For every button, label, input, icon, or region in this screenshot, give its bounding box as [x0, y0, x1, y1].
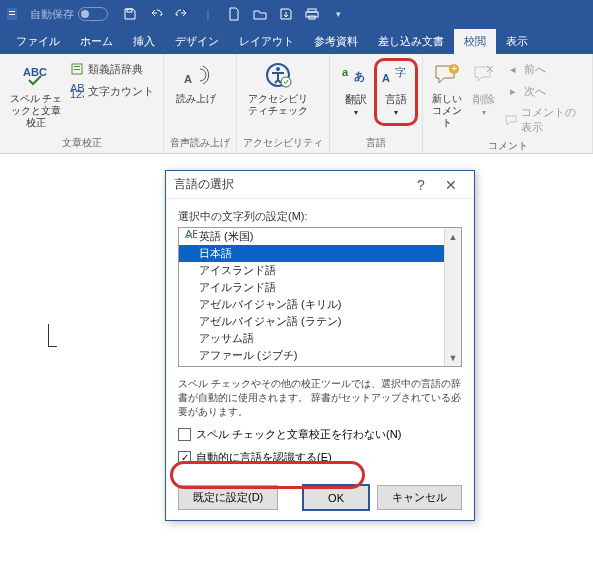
- close-button[interactable]: ✕: [436, 177, 466, 193]
- toggle-pill-icon: [78, 7, 108, 21]
- svg-point-15: [276, 67, 280, 71]
- default-button[interactable]: 既定に設定(D): [178, 485, 278, 510]
- save-icon[interactable]: [122, 6, 138, 22]
- tab-view[interactable]: 表示: [496, 29, 538, 54]
- delete-label: 削除▾: [473, 93, 495, 119]
- dialog-footer: 既定に設定(D) OK キャンセル: [166, 475, 474, 520]
- dialog-title: 言語の選択: [174, 176, 406, 193]
- svg-text:ABC: ABC: [23, 66, 47, 78]
- language-option[interactable]: アッサム語: [179, 330, 461, 347]
- language-icon: A字: [380, 59, 412, 91]
- list-label: 選択中の文字列の設定(M):: [178, 209, 462, 224]
- autosave-toggle[interactable]: 自動保存: [30, 7, 108, 22]
- svg-rect-2: [9, 14, 15, 15]
- title-bar: 自動保存 | ▾: [0, 0, 593, 28]
- language-button[interactable]: A字 言語▾: [376, 57, 416, 121]
- tab-mailings[interactable]: 差し込み文書: [368, 29, 454, 54]
- deletecomment-button[interactable]: 削除▾: [466, 57, 502, 121]
- tab-review[interactable]: 校閲: [454, 29, 496, 54]
- next-icon: ▸: [505, 83, 521, 99]
- language-option[interactable]: ABC英語 (米国): [179, 228, 461, 245]
- print-icon[interactable]: [304, 6, 320, 22]
- nextcomment-button[interactable]: ▸次へ: [502, 81, 586, 101]
- language-label: 言語▾: [385, 93, 407, 119]
- ribbon: ABC スペル チェックと文章校正 類義語辞典 ABC123文字カウント 文章校…: [0, 54, 593, 154]
- checkbox-noproof[interactable]: スペル チェックと文章校正を行わない(N): [178, 427, 462, 442]
- thesaurus-icon: [69, 61, 85, 77]
- svg-text:字: 字: [395, 66, 406, 78]
- newcomment-button[interactable]: + 新しいコメント: [429, 57, 466, 131]
- a11y-button[interactable]: アクセシビリティチェック: [243, 57, 313, 119]
- delete-icon: [468, 59, 500, 91]
- svg-text:A: A: [184, 73, 192, 85]
- redo-icon[interactable]: [174, 6, 190, 22]
- tab-insert[interactable]: 挿入: [123, 29, 165, 54]
- open-icon[interactable]: [252, 6, 268, 22]
- group-a11y: アクセシビリティチェック アクセシビリティ: [237, 54, 330, 153]
- group-language: aあ 翻訳▾ A字 言語▾ 言語: [330, 54, 423, 153]
- language-option[interactable]: アゼルバイジャン語 (キリル): [179, 296, 461, 313]
- prevcomment-button[interactable]: ◂前へ: [502, 59, 586, 79]
- tab-design[interactable]: デザイン: [165, 29, 229, 54]
- svg-text:A: A: [382, 72, 390, 84]
- scroll-down-icon[interactable]: ▼: [445, 349, 461, 366]
- readaloud-icon: A: [180, 59, 212, 91]
- spellcheck-button[interactable]: ABC スペル チェックと文章校正: [6, 57, 66, 131]
- scroll-up-icon[interactable]: ▲: [445, 228, 461, 245]
- group-comments-label: コメント: [429, 137, 586, 155]
- tab-references[interactable]: 参考資料: [304, 29, 368, 54]
- group-speech-label: 音声読み上げ: [170, 134, 230, 152]
- readaloud-label: 読み上げ: [176, 93, 216, 105]
- language-option[interactable]: アイルランド語: [179, 279, 461, 296]
- language-option[interactable]: アファール (ジブチ): [179, 347, 461, 364]
- document-area[interactable]: [0, 154, 180, 454]
- ok-button[interactable]: OK: [303, 485, 369, 510]
- checkbox-icon: ✓: [178, 451, 191, 464]
- newcomment-label: 新しいコメント: [431, 93, 464, 129]
- svg-rect-10: [74, 69, 80, 70]
- scrollbar[interactable]: ▲ ▼: [444, 228, 461, 366]
- ribbon-tabs: ファイル ホーム 挿入 デザイン レイアウト 参考資料 差し込み文書 校閲 表示: [0, 28, 593, 54]
- a11y-icon: [262, 59, 294, 91]
- wordcount-button[interactable]: ABC123文字カウント: [66, 81, 157, 101]
- tab-layout[interactable]: レイアウト: [229, 29, 304, 54]
- language-option[interactable]: アゼルバイジャン語 (ラテン): [179, 313, 461, 330]
- readaloud-button[interactable]: A 読み上げ: [170, 57, 222, 107]
- svg-rect-1: [9, 11, 15, 12]
- saveas-icon[interactable]: [278, 6, 294, 22]
- quick-access-toolbar: | ▾: [122, 6, 346, 22]
- qat-sep: |: [200, 6, 216, 22]
- translate-icon: aあ: [340, 59, 372, 91]
- tab-home[interactable]: ホーム: [70, 29, 123, 54]
- doc-icon[interactable]: [226, 6, 242, 22]
- group-a11y-label: アクセシビリティ: [243, 134, 323, 152]
- prev-icon: ◂: [505, 61, 521, 77]
- group-proofing-label: 文章校正: [6, 134, 157, 152]
- svg-text:a: a: [342, 66, 349, 78]
- app-icon: [4, 4, 24, 24]
- spellcheck-icon: ABC: [20, 59, 52, 91]
- language-dialog: 言語の選択 ? ✕ 選択中の文字列の設定(M): ABC英語 (米国)日本語アイ…: [165, 170, 475, 521]
- svg-rect-3: [127, 9, 132, 12]
- thesaurus-button[interactable]: 類義語辞典: [66, 59, 157, 79]
- undo-icon[interactable]: [148, 6, 164, 22]
- language-option[interactable]: アイスランド語: [179, 262, 461, 279]
- show-icon: [505, 112, 518, 128]
- group-comments: + 新しいコメント 削除▾ ◂前へ ▸次へ コメントの表示 コメント: [423, 54, 593, 153]
- checkbox-icon: [178, 428, 191, 441]
- translate-button[interactable]: aあ 翻訳▾: [336, 57, 376, 121]
- dialog-note: スペル チェックやその他の校正ツールでは、選択中の言語の辞書が自動的に使用されま…: [178, 377, 462, 419]
- dialog-header: 言語の選択 ? ✕: [166, 171, 474, 199]
- qat-more-icon[interactable]: ▾: [330, 6, 346, 22]
- showcomments-button[interactable]: コメントの表示: [502, 103, 586, 137]
- a11y-label: アクセシビリティチェック: [245, 93, 311, 117]
- autosave-label: 自動保存: [30, 7, 74, 22]
- help-button[interactable]: ?: [406, 177, 436, 193]
- checkbox-autodetect[interactable]: ✓ 自動的に言語を認識する(E): [178, 450, 462, 465]
- cancel-button[interactable]: キャンセル: [377, 485, 462, 510]
- svg-text:+: +: [451, 63, 457, 74]
- language-listbox[interactable]: ABC英語 (米国)日本語アイスランド語アイルランド語アゼルバイジャン語 (キリ…: [178, 227, 462, 367]
- tab-file[interactable]: ファイル: [6, 29, 70, 54]
- language-option[interactable]: 日本語: [179, 245, 461, 262]
- group-speech: A 読み上げ 音声読み上げ: [164, 54, 237, 153]
